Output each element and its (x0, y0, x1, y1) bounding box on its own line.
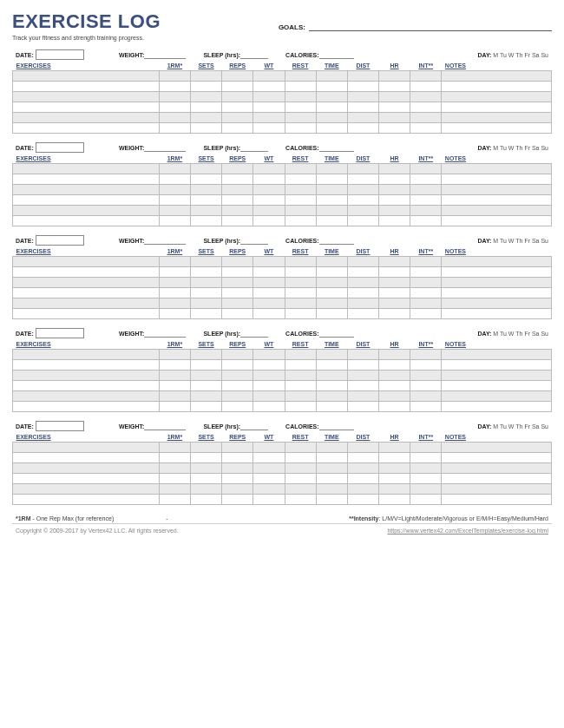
cell[interactable] (253, 484, 285, 495)
cell[interactable] (253, 309, 285, 319)
cell[interactable] (222, 92, 253, 102)
cell[interactable] (442, 164, 552, 174)
cell[interactable] (316, 350, 347, 360)
cell[interactable] (190, 278, 221, 288)
cell[interactable] (190, 216, 221, 226)
cell[interactable] (379, 463, 410, 474)
table-row[interactable] (13, 288, 552, 298)
cell[interactable] (285, 360, 316, 371)
cell[interactable] (316, 463, 347, 474)
cell[interactable] (285, 495, 316, 505)
cell[interactable] (379, 484, 410, 495)
cell[interactable] (222, 298, 253, 309)
cell[interactable] (379, 278, 410, 288)
cell[interactable] (190, 267, 221, 278)
cell[interactable] (222, 350, 253, 360)
cell[interactable] (159, 443, 190, 453)
cell[interactable] (442, 371, 552, 381)
cell[interactable] (316, 453, 347, 463)
cell[interactable] (222, 71, 253, 82)
table-row[interactable] (13, 92, 552, 102)
cell[interactable] (253, 71, 285, 82)
cell[interactable] (316, 102, 347, 113)
cell[interactable] (13, 495, 160, 505)
cell[interactable] (253, 206, 285, 216)
cell[interactable] (253, 495, 285, 505)
cell[interactable] (410, 484, 442, 495)
cell[interactable] (410, 174, 442, 185)
cell[interactable] (410, 267, 442, 278)
cell[interactable] (159, 309, 190, 319)
cell[interactable] (410, 123, 442, 134)
table-row[interactable] (13, 463, 552, 474)
table-row[interactable] (13, 371, 552, 381)
cell[interactable] (316, 113, 347, 123)
table-row[interactable] (13, 71, 552, 82)
cell[interactable] (285, 195, 316, 206)
cell[interactable] (190, 102, 221, 113)
cell[interactable] (222, 453, 253, 463)
cell[interactable] (222, 391, 253, 402)
sleep-input[interactable] (240, 50, 268, 59)
cell[interactable] (190, 257, 221, 267)
cell[interactable] (285, 267, 316, 278)
cell[interactable] (253, 278, 285, 288)
cell[interactable] (159, 82, 190, 92)
cell[interactable] (285, 443, 316, 453)
cell[interactable] (222, 185, 253, 195)
cell[interactable] (253, 371, 285, 381)
day-selector[interactable]: DAY: M Tu W Th Fr Sa Su (477, 331, 548, 337)
cell[interactable] (410, 463, 442, 474)
cell[interactable] (442, 360, 552, 371)
cell[interactable] (159, 92, 190, 102)
cell[interactable] (159, 350, 190, 360)
cell[interactable] (410, 298, 442, 309)
cell[interactable] (285, 381, 316, 391)
weight-input[interactable] (144, 236, 186, 245)
cell[interactable] (347, 113, 378, 123)
cell[interactable] (159, 484, 190, 495)
cell[interactable] (410, 453, 442, 463)
cell[interactable] (316, 474, 347, 484)
cell[interactable] (379, 350, 410, 360)
table-row[interactable] (13, 185, 552, 195)
cell[interactable] (347, 381, 378, 391)
cell[interactable] (222, 113, 253, 123)
cell[interactable] (410, 350, 442, 360)
cell[interactable] (347, 453, 378, 463)
cell[interactable] (410, 195, 442, 206)
cell[interactable] (253, 391, 285, 402)
cell[interactable] (285, 463, 316, 474)
cell[interactable] (159, 195, 190, 206)
cell[interactable] (190, 185, 221, 195)
cell[interactable] (159, 391, 190, 402)
weight-input[interactable] (144, 329, 186, 338)
cell[interactable] (285, 123, 316, 134)
table-row[interactable] (13, 216, 552, 226)
cell[interactable] (190, 92, 221, 102)
weight-input[interactable] (144, 422, 186, 430)
cell[interactable] (13, 402, 160, 412)
cell[interactable] (442, 267, 552, 278)
cell[interactable] (316, 360, 347, 371)
cell[interactable] (379, 71, 410, 82)
cell[interactable] (159, 298, 190, 309)
cell[interactable] (316, 71, 347, 82)
calories-input[interactable] (319, 143, 354, 152)
cell[interactable] (285, 174, 316, 185)
cell[interactable] (285, 309, 316, 319)
table-row[interactable] (13, 443, 552, 453)
date-input[interactable] (36, 421, 84, 431)
cell[interactable] (285, 391, 316, 402)
cell[interactable] (159, 216, 190, 226)
cell[interactable] (159, 402, 190, 412)
cell[interactable] (347, 257, 378, 267)
cell[interactable] (347, 123, 378, 134)
sleep-input[interactable] (240, 422, 268, 430)
cell[interactable] (190, 123, 221, 134)
cell[interactable] (347, 443, 378, 453)
table-row[interactable] (13, 391, 552, 402)
cell[interactable] (379, 257, 410, 267)
cell[interactable] (285, 102, 316, 113)
date-input[interactable] (36, 49, 84, 60)
